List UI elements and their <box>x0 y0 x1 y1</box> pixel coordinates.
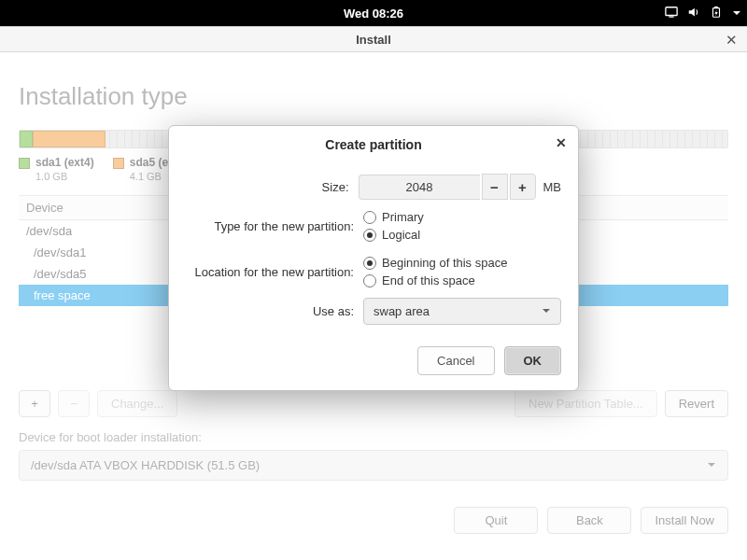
partition-location-label: Location for the new partition: <box>186 265 363 279</box>
radio-icon <box>363 274 376 287</box>
radio-label: Logical <box>382 228 420 242</box>
radio-icon <box>363 229 376 242</box>
system-tray <box>665 0 741 26</box>
legend-label: sda1 (ext4) <box>35 156 94 169</box>
bootloader-select[interactable]: /dev/sda ATA VBOX HARDDISK (51.5 GB) <box>19 450 728 481</box>
change-partition-button: Change... <box>97 390 177 417</box>
legend-swatch-icon <box>113 158 124 169</box>
remove-partition-button: − <box>58 390 90 417</box>
legend-size: 1.0 GB <box>35 171 94 182</box>
page-title: Installation type <box>19 82 728 111</box>
install-now-button[interactable]: Install Now <box>641 507 728 534</box>
quit-button[interactable]: Quit <box>454 507 538 534</box>
clock: Wed 08:26 <box>344 7 403 21</box>
use-as-value: swap area <box>374 304 430 318</box>
radio-icon <box>363 257 376 270</box>
bootloader-label: Device for boot loader installation: <box>19 430 728 444</box>
size-increment-button[interactable]: + <box>510 174 536 200</box>
size-label: Size: <box>186 180 359 194</box>
use-as-label: Use as: <box>186 304 363 318</box>
disk-seg-sda1 <box>20 131 33 147</box>
battery-icon[interactable] <box>710 6 723 21</box>
radio-label: End of this space <box>382 273 475 287</box>
create-partition-dialog: Create partition ✕ Size: 2048 − + MB Typ… <box>168 125 579 391</box>
window-title: Install <box>356 33 391 47</box>
partition-type-label: Type for the new partition: <box>186 219 363 233</box>
radio-icon <box>363 211 376 224</box>
radio-primary[interactable]: Primary <box>363 210 424 224</box>
size-decrement-button[interactable]: − <box>482 174 508 200</box>
chevron-down-icon <box>542 304 551 318</box>
volume-icon[interactable] <box>687 6 700 21</box>
chevron-down-icon[interactable] <box>732 7 741 21</box>
window-titlebar: Install ✕ <box>0 26 747 52</box>
radio-label: Beginning of this space <box>382 256 507 270</box>
ok-button[interactable]: OK <box>504 346 562 375</box>
radio-logical[interactable]: Logical <box>363 228 424 242</box>
cancel-button[interactable]: Cancel <box>417 346 494 375</box>
chevron-down-icon <box>707 458 716 472</box>
window-close-button[interactable]: ✕ <box>726 32 738 49</box>
new-partition-table-button[interactable]: New Partition Table... <box>514 390 657 417</box>
radio-location-begin[interactable]: Beginning of this space <box>363 256 507 270</box>
use-as-select[interactable]: swap area <box>363 298 561 325</box>
legend-item: sda1 (ext4) 1.0 GB <box>19 156 94 182</box>
svg-rect-1 <box>669 16 673 17</box>
svg-rect-3 <box>714 6 718 7</box>
radio-label: Primary <box>382 210 424 224</box>
bootloader-value: /dev/sda ATA VBOX HARDDISK (51.5 GB) <box>31 458 260 472</box>
size-stepper: 2048 − + <box>359 174 536 200</box>
disk-seg-sda5 <box>33 131 106 147</box>
svg-rect-0 <box>666 7 677 15</box>
partition-toolbar: + − Change... New Partition Table... Rev… <box>19 390 728 417</box>
revert-button[interactable]: Revert <box>665 390 728 417</box>
dialog-title: Create partition <box>325 137 421 152</box>
radio-location-end[interactable]: End of this space <box>363 273 507 287</box>
wizard-footer: Quit Back Install Now <box>0 490 747 549</box>
dialog-close-button[interactable]: ✕ <box>556 135 567 150</box>
screen-icon[interactable] <box>665 6 678 21</box>
os-topbar: Wed 08:26 <box>0 0 747 26</box>
legend-swatch-icon <box>19 158 30 169</box>
size-unit: MB <box>543 180 562 194</box>
back-button[interactable]: Back <box>547 507 631 534</box>
add-partition-button[interactable]: + <box>19 390 50 417</box>
size-input[interactable]: 2048 <box>359 175 480 200</box>
